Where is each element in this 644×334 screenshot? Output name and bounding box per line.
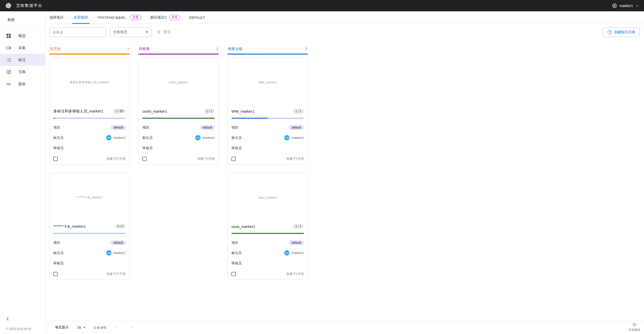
waves-icon <box>6 81 12 87</box>
column-title: 待检查 <box>139 47 150 51</box>
reviewer-label: 审核员 <box>231 261 242 266</box>
task-title: 多标注和多审核人员_marker1 <box>53 109 103 114</box>
batch-delete-label: 批量删除 <box>628 328 640 332</box>
sidebar-item-label: 标注 <box>18 58 26 62</box>
column-pending: 待开始 2 多标注和多审核人员_marker1 多标注和多审核人员_marker… <box>49 46 130 321</box>
sidebar-item-charts[interactable]: 图表 <box>0 78 45 90</box>
avatar: ma <box>106 135 111 140</box>
project-label: 项目 <box>142 125 149 130</box>
task-progress-count: 1 / 1 <box>293 224 304 229</box>
annotator-label: 标注员 <box>231 251 242 255</box>
app-logo-icon <box>5 2 12 9</box>
project-chip: default <box>111 240 126 245</box>
task-preview: 多标注和多审核人员_marker1 <box>50 58 130 107</box>
tab-label: YFKYFHG*&&98... <box>97 16 128 20</box>
filter-off-icon <box>156 30 161 35</box>
task-checkbox[interactable] <box>53 272 58 276</box>
annotator-label: 标注员 <box>53 136 64 140</box>
avatar: ma <box>195 135 200 140</box>
task-status-select[interactable]: 任务状态 <box>110 27 151 37</box>
task-card[interactable]: *******￥&_marker1 *******￥&_marker1 0 / … <box>49 173 130 280</box>
avatar: ma <box>284 250 290 256</box>
column-title: 待开始 <box>50 47 61 51</box>
reviewer-label: 审核员 <box>53 261 64 266</box>
task-title: ceshi_marker1 <box>142 109 167 113</box>
top-bar: 艾欧数据平台 marker1 <box>0 0 644 11</box>
avatar: ma <box>284 135 290 140</box>
annotator-name: marker1 <box>202 136 215 140</box>
task-progress-count: 0 / 0 <box>115 224 126 229</box>
sidebar-item-annotate[interactable]: 123 标注 <box>0 54 45 66</box>
task-card[interactable]: WW_marker1 WW_marker1 1 / 2 <box>227 58 308 165</box>
rows-per-page-select[interactable]: 25 <box>77 326 85 329</box>
task-preview: WW_marker1 <box>228 58 308 107</box>
delete-sweep-icon <box>632 322 637 327</box>
reviewer-label: 审核员 <box>231 146 242 150</box>
tab-label: DEFAULT <box>189 16 205 20</box>
task-checkbox[interactable] <box>231 272 236 276</box>
project-chip: default <box>111 125 126 130</box>
column-checking: 待检查 1 ceshi_marker1 ceshi_marker1 1 / 1 <box>138 46 219 321</box>
task-progress-count: 1 / 50 <box>113 109 126 114</box>
list-numbered-icon: 123 <box>6 57 12 63</box>
task-progress-bar <box>53 233 126 234</box>
avatar: ma <box>106 250 111 256</box>
create-annotation-task-button[interactable]: 创建标注任务 <box>603 27 640 37</box>
task-name-input[interactable] <box>49 27 106 37</box>
task-checkbox[interactable] <box>53 157 58 161</box>
task-progress-fill <box>231 118 268 119</box>
task-title: WW_marker1 <box>231 109 255 113</box>
project-chip: default <box>289 125 304 130</box>
sidebar-item-collect[interactable]: 采集 <box>0 42 45 54</box>
tab-project-test2[interactable]: 测试项目2 共享 <box>150 11 180 24</box>
caret-down-icon <box>83 327 85 328</box>
collapse-sidebar-icon[interactable] <box>6 317 10 321</box>
task-title: *******￥&_marker1 <box>53 224 86 229</box>
task-card[interactable]: uiuiu_marker1 uiuiu_marker1 1 / 1 <box>227 173 308 280</box>
tab-all-projects[interactable]: 全部项目 <box>73 11 88 24</box>
next-page-icon[interactable] <box>130 325 134 330</box>
column-color-bar <box>138 54 219 55</box>
tab-label: 测试项目2 <box>150 15 167 20</box>
column-count: 2 <box>305 47 307 51</box>
sidebar: 数据 概览 采集 123 <box>0 11 45 334</box>
task-preview: ceshi_marker1 <box>139 58 219 107</box>
rows-per-page-value: 25 <box>77 326 81 329</box>
column-color-bar <box>49 54 130 55</box>
app-title: 艾欧数据平台 <box>16 3 43 8</box>
column-color-bar <box>227 54 308 55</box>
task-title: uiuiu_marker1 <box>231 224 255 229</box>
sidebar-item-overview[interactable]: 概览 <box>0 30 45 42</box>
task-checkbox[interactable] <box>142 157 147 161</box>
reset-filters-button[interactable]: 重置 <box>156 30 171 35</box>
task-created: 创建于1月前 <box>287 157 304 161</box>
project-label: 项目 <box>53 240 60 245</box>
sidebar-item-dictionary[interactable]: 字典 <box>0 66 45 78</box>
project-label: 项目 <box>231 125 238 130</box>
dashboard-icon <box>6 33 12 39</box>
book-icon <box>6 69 12 75</box>
task-card[interactable]: 多标注和多审核人员_marker1 多标注和多审核人员_marker1 1 / … <box>49 58 130 165</box>
task-created: 创建于27天前 <box>107 157 126 161</box>
sidebar-item-label: 字典 <box>18 70 26 74</box>
column-count: 1 <box>216 47 218 51</box>
filter-bar: 任务状态 重置 创建标注任务 <box>45 24 644 40</box>
task-checkbox[interactable] <box>231 157 236 161</box>
batch-delete-button[interactable]: 批量删除 <box>628 322 640 332</box>
task-created: 创建于27天前 <box>107 272 126 276</box>
tab-project-yfkyfhg[interactable]: YFKYFHG*&&98... 共享 <box>97 11 141 24</box>
annotator-name: marker1 <box>291 251 304 255</box>
column-count: 2 <box>127 47 129 51</box>
user-menu[interactable]: marker1 <box>612 3 639 9</box>
create-button-label: 创建标注任务 <box>614 30 635 34</box>
task-card[interactable]: ceshi_marker1 ceshi_marker1 1 / 1 <box>138 58 219 165</box>
sidebar-item-label: 概览 <box>18 33 26 38</box>
tab-label: 全部项目 <box>73 15 88 20</box>
tab-project-default[interactable]: DEFAULT <box>189 11 205 24</box>
chevron-down-icon <box>635 4 639 8</box>
footer-bar: 每页显示 25 1–5 of 5 批量删除 <box>48 321 644 334</box>
annotator-name: marker1 <box>113 251 126 255</box>
task-progress-count: 1 / 1 <box>204 109 215 114</box>
previous-page-icon[interactable] <box>115 325 119 330</box>
sidebar-item-label: 采集 <box>18 46 26 50</box>
